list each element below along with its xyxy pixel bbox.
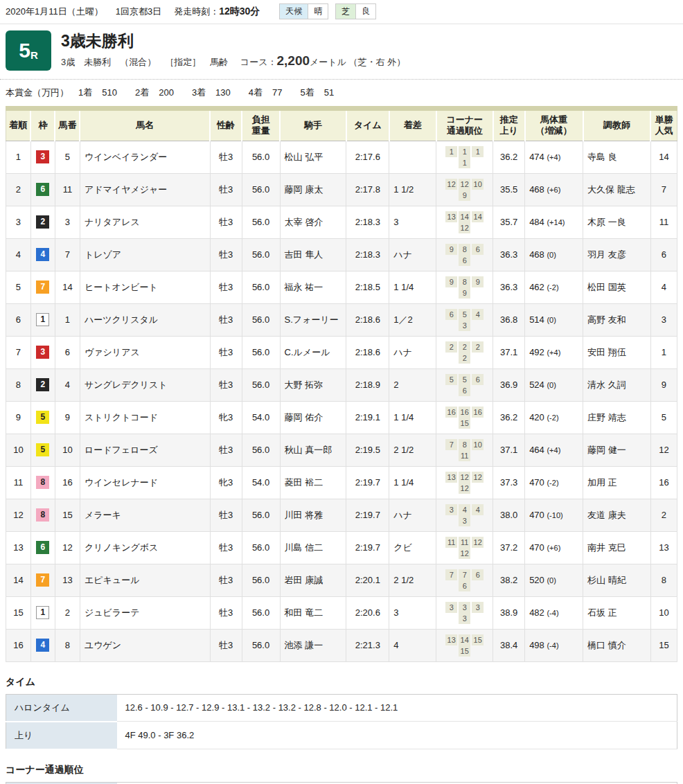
- header-line: 通過順位: [447, 125, 483, 136]
- cell-rank: 2: [6, 173, 31, 206]
- results-body: 135ウインベイランダー牡356.0松山 弘平2:17.6111136.2474…: [6, 141, 677, 661]
- cell-corners: 1111: [436, 141, 493, 173]
- cell-time: 2:19.5: [346, 434, 389, 466]
- frame-badge: 6: [36, 183, 49, 196]
- body-weight-value: 468: [529, 184, 547, 195]
- cell-corners: 5566: [436, 368, 493, 401]
- body-weight-value: 464: [529, 445, 547, 455]
- header-line: 馬番: [58, 120, 76, 130]
- body-weight-diff: (+4): [547, 446, 560, 454]
- frame-badge: 5: [36, 443, 49, 456]
- cell-margin: 1 1/4: [389, 466, 436, 499]
- results-column-header: 着差: [389, 109, 436, 141]
- header-line: 着順: [9, 120, 27, 130]
- cell-carried-weight: 56.0: [242, 303, 280, 336]
- results-column-header: 推定上り: [493, 109, 525, 141]
- corner-position: 3: [459, 602, 470, 613]
- cell-frame: 7: [30, 564, 55, 596]
- time-row: ハロンタイム12.6 - 10.9 - 12.7 - 12.9 - 13.1 -…: [6, 694, 677, 722]
- frame-badge: 2: [36, 215, 49, 229]
- cell-corners: 9899: [436, 271, 493, 303]
- corner-position: 6: [472, 374, 484, 385]
- cell-frame: 1: [30, 596, 55, 629]
- race-title-block: 3歳未勝利 3歳 未勝利 （混合） ［指定］ 馬齢 コース：2,200メートル …: [61, 33, 405, 69]
- cell-popularity: 15: [650, 629, 677, 661]
- time-section-title: タイム: [6, 676, 677, 688]
- cell-last3f: 37.2: [493, 531, 525, 564]
- cell-carried-weight: 56.0: [242, 173, 280, 206]
- cell-time: 2:18.3: [346, 238, 389, 271]
- cell-horse-name: ストリクトコード: [80, 401, 210, 434]
- corner-position: 6: [445, 309, 457, 320]
- cell-jockey: 菱田 裕二: [280, 466, 346, 499]
- frame-badge: 2: [36, 378, 49, 391]
- results-header-row: 着順枠馬番馬名性齢負担重量騎手タイム着差コーナー通過順位推定上り馬体重（増減）調…: [6, 109, 677, 141]
- cell-body-weight: 514 (0): [525, 303, 583, 336]
- prize-amount: 200: [159, 87, 174, 98]
- start-time-label: 発走時刻：: [174, 6, 219, 17]
- cell-sex-age: 牡3: [210, 206, 242, 238]
- cell-rank: 16: [6, 629, 31, 661]
- body-weight-diff: (-2): [547, 413, 558, 422]
- header-line: 着差: [404, 120, 422, 130]
- results-column-header: 調教師: [583, 109, 651, 141]
- corner-position: 2: [445, 341, 457, 353]
- cell-time: 2:18.6: [346, 303, 389, 336]
- corner-position: 12: [459, 548, 470, 559]
- cell-jockey: 藤岡 佑介: [280, 401, 346, 434]
- corner-section-title: コーナー通過順位: [6, 764, 677, 776]
- cell-last3f: 38.0: [493, 499, 525, 531]
- race-conditions-text: 3歳 未勝利 （混合） ［指定］ 馬齢: [61, 57, 228, 67]
- cell-sex-age: 牡3: [210, 141, 242, 173]
- cell-sex-age: 牡3: [210, 531, 242, 564]
- frame-badge: 3: [36, 150, 49, 163]
- weather-badge: 天候 晴: [279, 3, 328, 19]
- cell-corners: 11111212: [436, 531, 493, 564]
- cell-carried-weight: 56.0: [242, 206, 280, 238]
- cell-rank: 6: [6, 303, 31, 336]
- race-header: 5R 3歳未勝利 3歳 未勝利 （混合） ［指定］ 馬齢 コース：2,200メー…: [0, 24, 683, 80]
- cell-time: 2:21.3: [346, 629, 389, 661]
- body-weight-value: 482: [529, 607, 547, 618]
- results-column-header: 馬名: [80, 109, 210, 141]
- frame-badge: 4: [36, 639, 49, 652]
- cell-carried-weight: 56.0: [242, 564, 280, 596]
- corner-position: 11: [459, 450, 470, 461]
- corner-position: 12: [445, 179, 457, 190]
- body-weight-value: 462: [529, 282, 547, 292]
- results-column-header: タイム: [346, 109, 389, 141]
- cell-horse-name: エピキュール: [80, 564, 210, 596]
- cell-body-weight: 470 (+6): [525, 531, 583, 564]
- body-weight-diff: (-2): [547, 479, 558, 487]
- result-row: 611ハーツクリスタル牡356.0S.フォーリー2:18.61／2654336.…: [6, 303, 677, 336]
- cell-last3f: 36.9: [493, 368, 525, 401]
- cell-time: 2:18.3: [346, 206, 389, 238]
- results-column-header: 枠: [30, 109, 55, 141]
- cell-sex-age: 牡3: [210, 238, 242, 271]
- results-column-header: 負担重量: [242, 109, 280, 141]
- corner-position: 1: [445, 146, 457, 157]
- cell-time: 2:18.9: [346, 368, 389, 401]
- corner-position: 10: [472, 179, 484, 190]
- cell-trainer: 羽月 友彦: [583, 238, 651, 271]
- corner-position: 3: [472, 602, 484, 613]
- time-row-label: 上り: [6, 722, 117, 749]
- cell-sex-age: 牝3: [210, 401, 242, 434]
- body-weight-diff: (-10): [547, 511, 562, 519]
- cell-horse-number: 7: [55, 238, 80, 271]
- cell-sex-age: 牡3: [210, 499, 242, 531]
- cell-body-weight: 462 (-2): [525, 271, 583, 303]
- corner-position: 2: [459, 341, 470, 353]
- header-line: タイム: [354, 120, 382, 130]
- body-weight-diff: (-4): [547, 609, 558, 617]
- body-weight-diff: (+6): [547, 544, 560, 552]
- cell-horse-number: 11: [55, 173, 80, 206]
- corner-position: 7: [445, 569, 457, 580]
- cell-body-weight: 520 (0): [525, 564, 583, 596]
- cell-rank: 12: [6, 499, 31, 531]
- course-unit: メートル: [310, 57, 346, 67]
- cell-last3f: 38.2: [493, 564, 525, 596]
- cell-popularity: 6: [650, 238, 677, 271]
- cell-margin: 1 1/2: [389, 173, 436, 206]
- cell-jockey: 福永 祐一: [280, 271, 346, 303]
